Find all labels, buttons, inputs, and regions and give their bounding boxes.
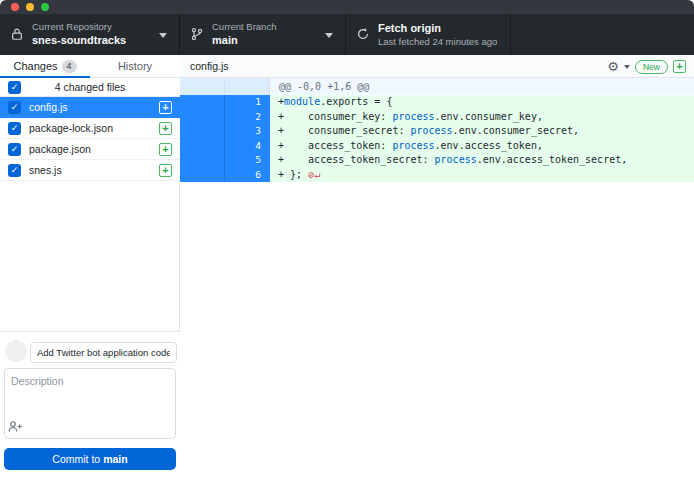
titlebar xyxy=(0,0,694,14)
file-name: package-lock.json xyxy=(29,118,113,139)
line-select-gutter[interactable]: 2 xyxy=(180,110,270,125)
fetch-origin-button[interactable]: Fetch origin Last fetched 24 minutes ago xyxy=(346,14,511,55)
file-checkbox[interactable]: ✓ xyxy=(8,164,21,177)
code-line: + }; ⊘↵ xyxy=(270,168,694,183)
github-desktop-window: Current Repository snes-soundtracks Curr… xyxy=(0,0,694,477)
current-branch-label: Current Branch xyxy=(212,21,276,33)
line-select-gutter[interactable]: 4 xyxy=(180,139,270,154)
file-name: package.json xyxy=(29,139,91,160)
code-line: + access_token: process.env.access_token… xyxy=(270,139,694,154)
line-number: 5 xyxy=(225,153,270,168)
fetch-origin-label: Fetch origin xyxy=(378,21,497,35)
changes-count-badge: 4 xyxy=(62,60,77,73)
line-select-gutter[interactable]: 1 xyxy=(180,95,270,110)
line-select-gutter[interactable]: 5 xyxy=(180,153,270,168)
all-files-header-row: 4 changed files ✓ xyxy=(0,78,180,97)
chevron-down-icon[interactable] xyxy=(624,65,630,69)
changes-sidebar: Changes4 History 4 changed files ✓ ✓ con… xyxy=(0,55,180,477)
file-added-status-icon: + xyxy=(673,60,686,73)
tab-changes-label: Changes xyxy=(13,60,57,72)
select-all-checkbox[interactable]: ✓ xyxy=(8,81,21,94)
add-co-author-icon[interactable] xyxy=(8,420,24,434)
diff-line-2: 2 + consumer_key: process.env.consumer_k… xyxy=(180,110,694,125)
file-checkbox[interactable]: ✓ xyxy=(8,122,21,135)
lock-icon xyxy=(10,27,24,41)
hunk-gutter xyxy=(180,78,270,95)
file-added-status-icon: + xyxy=(159,122,172,135)
plus-icon: + xyxy=(162,101,168,113)
check-icon: ✓ xyxy=(11,82,19,92)
line-select-gutter[interactable]: 6 xyxy=(180,168,270,183)
file-row-config-js[interactable]: ✓ config.js + xyxy=(0,97,180,118)
plus-icon: + xyxy=(162,164,168,176)
changed-files-count-label: 4 changed files xyxy=(0,78,180,97)
current-branch-value: main xyxy=(212,33,276,47)
file-added-status-icon: + xyxy=(159,143,172,156)
file-row-package-json[interactable]: ✓ package.json + xyxy=(0,139,180,160)
diff-line-6: 6 + }; ⊘↵ xyxy=(180,168,694,183)
diff-header: config.js ⚙ New + xyxy=(180,55,694,78)
plus-icon: + xyxy=(162,143,168,155)
file-added-status-icon: + xyxy=(159,101,172,114)
line-number: 1 xyxy=(225,95,270,110)
gear-icon[interactable]: ⚙ xyxy=(607,60,619,73)
new-file-badge: New xyxy=(635,60,668,74)
chevron-down-icon xyxy=(159,33,167,38)
check-icon: ✓ xyxy=(11,123,19,133)
commit-summary-input[interactable] xyxy=(30,342,177,363)
code-line: + access_token_secret: process.env.acces… xyxy=(270,153,694,168)
hunk-header-text: @@ -0,0 +1,6 @@ xyxy=(270,78,694,95)
diff-actions: ⚙ New + xyxy=(607,55,686,78)
diff-line-4: 4 + access_token: process.env.access_tok… xyxy=(180,139,694,154)
avatar xyxy=(5,340,27,362)
code-line: +module.exports = { xyxy=(270,95,694,110)
current-repository-button[interactable]: Current Repository snes-soundtracks xyxy=(0,14,180,55)
diff-line-3: 3 + consumer_secret: process.env.consume… xyxy=(180,124,694,139)
tab-history[interactable]: History xyxy=(90,55,180,78)
diff-file-name: config.js xyxy=(190,55,229,77)
code-line: + consumer_secret: process.env.consumer_… xyxy=(270,124,694,139)
file-checkbox[interactable]: ✓ xyxy=(8,101,21,114)
tab-changes[interactable]: Changes4 xyxy=(0,55,90,78)
line-number: 3 xyxy=(225,124,270,139)
diff-body: @@ -0,0 +1,6 @@ 1 +module.exports = { 2 … xyxy=(180,78,694,182)
current-repository-value: snes-soundtracks xyxy=(32,33,126,47)
fetch-origin-sublabel: Last fetched 24 minutes ago xyxy=(378,35,497,48)
commit-panel: Commit to main xyxy=(0,331,180,477)
line-select-gutter[interactable]: 3 xyxy=(180,124,270,139)
plus-icon: + xyxy=(676,60,682,72)
file-row-snes-js[interactable]: ✓ snes.js + xyxy=(0,160,180,181)
line-number: 2 xyxy=(225,110,270,125)
check-icon: ✓ xyxy=(11,165,19,175)
sidebar-tabbar: Changes4 History xyxy=(0,55,180,78)
file-name: snes.js xyxy=(29,160,62,181)
commit-button-branch: main xyxy=(103,453,128,465)
diff-line-5: 5 + access_token_secret: process.env.acc… xyxy=(180,153,694,168)
git-branch-icon xyxy=(190,27,204,41)
toolbar: Current Repository snes-soundtracks Curr… xyxy=(0,14,694,55)
zoom-window-button[interactable] xyxy=(41,3,49,11)
commit-description-textarea[interactable] xyxy=(4,368,176,439)
tab-history-label: History xyxy=(118,60,152,72)
diff-line-1: 1 +module.exports = { xyxy=(180,95,694,110)
plus-icon: + xyxy=(162,122,168,134)
code-line: + consumer_key: process.env.consumer_key… xyxy=(270,110,694,125)
chevron-down-icon xyxy=(325,33,333,38)
check-icon: ✓ xyxy=(11,102,19,112)
commit-to-main-button[interactable]: Commit to main xyxy=(4,448,176,470)
diff-view: config.js ⚙ New + @@ -0,0 +1,6 @@ 1 +mod… xyxy=(180,55,694,477)
check-icon: ✓ xyxy=(11,144,19,154)
sync-icon xyxy=(356,27,370,41)
current-repository-label: Current Repository xyxy=(32,21,126,33)
no-newline-icon: ⊘↵ xyxy=(308,169,320,180)
minimize-window-button[interactable] xyxy=(26,3,34,11)
file-added-status-icon: + xyxy=(159,164,172,177)
close-window-button[interactable] xyxy=(11,3,19,11)
current-branch-button[interactable]: Current Branch main xyxy=(180,14,346,55)
file-name: config.js xyxy=(29,97,68,118)
file-checkbox[interactable]: ✓ xyxy=(8,143,21,156)
line-number: 4 xyxy=(225,139,270,154)
file-row-package-lock-json[interactable]: ✓ package-lock.json + xyxy=(0,118,180,139)
hunk-header-row: @@ -0,0 +1,6 @@ xyxy=(180,78,694,95)
line-number: 6 xyxy=(225,168,270,183)
